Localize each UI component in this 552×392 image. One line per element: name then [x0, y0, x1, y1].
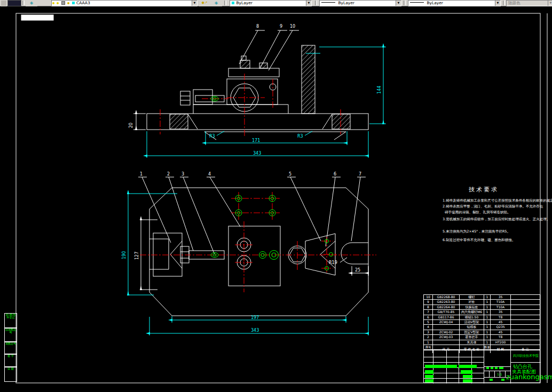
margin-block-borrow-record: 借(通)用件登记	[4, 313, 17, 328]
cell-material: T8	[490, 335, 510, 339]
cell-name: 快换钻套	[459, 305, 484, 309]
cell-code	[432, 340, 459, 345]
highlighted-entry	[425, 370, 433, 374]
color-value: ByLayer	[236, 1, 253, 5]
dim-190: 190	[122, 251, 127, 259]
highlighted-entry	[490, 379, 493, 381]
cell-remark	[510, 305, 540, 309]
lineweight-value: ByLayer	[427, 1, 443, 5]
lower-view-highlight-marks	[211, 195, 333, 270]
cell-seq: 9	[424, 300, 432, 304]
layer-combo[interactable]: CAAA3 ▼	[51, 0, 198, 6]
dim-r3-right: R3	[297, 134, 303, 139]
tech-requirements-title: 技术要求	[469, 188, 499, 192]
toolbar-separator	[22, 1, 25, 5]
linetype-value: ByLayer	[338, 1, 354, 5]
callout-1: 1	[140, 172, 143, 177]
callout-7: 7	[359, 172, 361, 177]
cell-code: GB117-86	[432, 315, 459, 319]
image-tool-button[interactable]	[7, 0, 21, 6]
color-combo-dropdown-arrow[interactable]: ▼	[306, 1, 311, 6]
cell-qty: 1	[484, 340, 490, 345]
highlighted-entry	[495, 367, 498, 369]
cell-seq: 10	[424, 295, 432, 299]
dim-343-lower: 343	[251, 329, 259, 333]
cell-name: 衬套	[459, 300, 484, 304]
linetype-combo[interactable]: ByLayer ▼	[319, 0, 401, 6]
color-combo[interactable]: ByLayer ▼	[230, 0, 312, 6]
layer-freeze-sun-icon[interactable]	[57, 2, 59, 4]
layer-on-bulb-icon[interactable]	[52, 2, 54, 4]
lineweight-combo[interactable]: ByLayer ▼	[408, 0, 501, 6]
callout-4: 4	[208, 172, 211, 177]
cell-material: T10A	[490, 305, 510, 309]
linetype-sample-icon	[321, 2, 335, 3]
table-row: 3ZCWJ-02固定V型架145	[424, 330, 540, 335]
cell-material: HT200	[490, 340, 510, 345]
parts-list-table: 10GB2268-80螺钉135 9GB2263-80衬套1T10A 8GB22…	[423, 294, 540, 350]
cell-qty: 1	[484, 305, 490, 309]
highlighted-entry	[486, 367, 489, 369]
cell-remark	[510, 300, 540, 304]
cell-name: 内六角螺钉M6	[459, 310, 484, 314]
tech-requirement-line: 3.需机械加工的铸件或锻件，加工前应经时效处理或退火、正火处理。	[443, 218, 550, 221]
plot-style-value: 随颜色	[508, 1, 521, 5]
callout-8: 8	[256, 25, 259, 29]
cell-name: 菱形把手	[459, 335, 484, 339]
table-row: 9GB2263-80衬套1T10A	[424, 300, 540, 305]
layer-plot-icon[interactable]	[67, 2, 69, 4]
toolbar-separator	[503, 1, 505, 5]
margin-block-old-original-no: 旧底图总号	[4, 328, 17, 342]
layer-combo-dropdown-arrow[interactable]: ▼	[192, 1, 197, 6]
lineweight-combo-dropdown-arrow[interactable]: ▼	[495, 1, 500, 6]
toolbar-separator	[404, 1, 406, 5]
cell-code: GB2268-80	[432, 295, 459, 299]
cell-qty: 1	[484, 335, 490, 339]
title-block-divider	[484, 350, 484, 383]
cell-material: 45	[490, 320, 510, 324]
table-row: 1夹具体1HT200	[424, 340, 540, 345]
dim-171: 171	[252, 139, 260, 143]
layer-previous-button[interactable]: ◈	[210, 0, 222, 6]
cell-name: 钻模板	[459, 325, 484, 329]
dim-25: 25	[355, 268, 360, 273]
toolbar-separator	[224, 1, 226, 5]
layer-manager-icon[interactable]: ◈	[26, 0, 37, 6]
cell-remark	[510, 340, 540, 345]
cell-material: T10A	[490, 300, 510, 304]
cell-material: 35	[490, 310, 510, 314]
cell-material: T8	[490, 315, 510, 319]
plot-style-dropdown-arrow: ▼	[548, 1, 552, 6]
school-name: 四川职业技术学院	[513, 354, 539, 358]
cell-name: 螺钉	[459, 295, 484, 299]
cell-seq: 3	[424, 330, 432, 334]
cell-qty: 1	[484, 330, 490, 334]
cell-remark	[510, 310, 540, 314]
table-row: 2ZCWJ-03菱形把手1T8	[424, 335, 540, 340]
cell-qty: 1	[484, 315, 490, 319]
cell-qty: 1	[484, 310, 490, 314]
tech-requirement-line: 6.制造过程中零件不允许碰、磕、擦伤和锈蚀。	[443, 238, 515, 242]
highlighted-entry	[501, 379, 504, 381]
dim-20: 20	[129, 123, 133, 128]
color-swatch-icon	[232, 2, 234, 4]
grid-line	[505, 371, 506, 377]
tech-requirement-line: 5.未注倒角均为2×45°，未注圆角半径R5。	[443, 230, 510, 234]
callout-9: 9	[280, 25, 282, 29]
highlighted-entry	[461, 370, 472, 374]
layer-lock-icon[interactable]	[61, 1, 65, 5]
cell-seq: 8	[424, 305, 432, 309]
lower-view-centerlines	[140, 192, 376, 292]
lower-view-geometry	[138, 177, 368, 316]
cell-code: GB2264-80	[432, 305, 459, 309]
linetype-combo-dropdown-arrow[interactable]: ▼	[396, 1, 401, 6]
dim-343-upper: 343	[253, 151, 261, 156]
tech-requirement-line: 碍于使用的冷隔、裂纹、孔洞等铸造缺陷。	[445, 211, 511, 214]
partial-toolbar-icon[interactable]	[1, 0, 7, 6]
make-object-layer-current-button[interactable]: ◆↗	[199, 0, 210, 6]
dim-127: 127	[135, 252, 139, 260]
grid-line	[494, 371, 495, 377]
cell-material: 45	[490, 330, 510, 334]
cell-qty: 1	[484, 325, 490, 329]
cell-qty: 1	[484, 320, 490, 324]
